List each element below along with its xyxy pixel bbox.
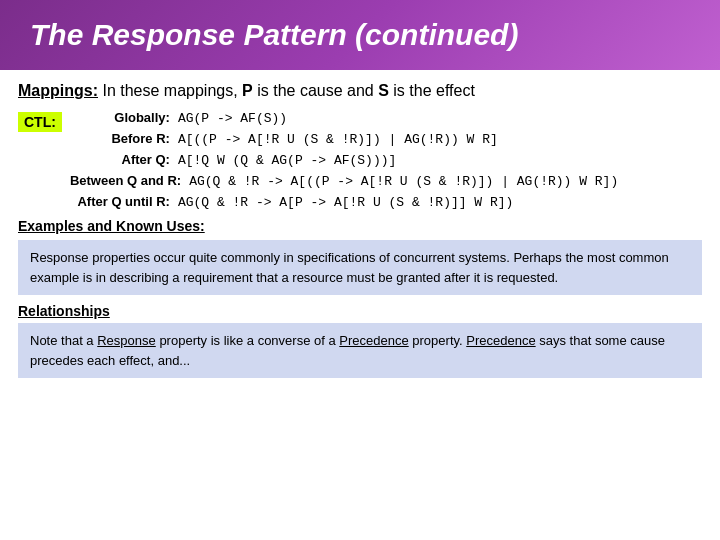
- after-q-text: After Q:: [122, 152, 170, 167]
- rel-response-link[interactable]: Response: [97, 333, 156, 348]
- rel-precedence1-link[interactable]: Precedence: [339, 333, 408, 348]
- ctl-label: CTL:: [18, 112, 62, 132]
- relationships-label: Relationships: [18, 303, 702, 319]
- mappings-is-cause: is the cause and: [253, 82, 378, 99]
- slide: The Response Pattern (continued) Mapping…: [0, 0, 720, 540]
- ctl-formulas: Globally: AG(P -> AF(S)) Before R: A[((P…: [70, 110, 618, 210]
- formula-before-r: Before R: A[((P -> A[!R U (S & !R)]) | A…: [70, 131, 618, 147]
- relationships-box: Note that a Response property is like a …: [18, 323, 702, 378]
- rel-text-3: property.: [409, 333, 467, 348]
- before-r-text: Before R:: [111, 131, 170, 146]
- ctl-block: CTL: Globally: AG(P -> AF(S)) Before R: …: [18, 110, 702, 210]
- content-area: Mappings: In these mappings, P is the ca…: [0, 82, 720, 378]
- formula-between-q-r-label: Between Q and R:: [70, 173, 181, 188]
- formula-after-q: After Q: A[!Q W (Q & AG(P -> AF(S)))]: [70, 152, 618, 168]
- examples-label: Examples and Known Uses:: [18, 218, 702, 234]
- examples-box: Response properties occur quite commonly…: [18, 240, 702, 295]
- rel-text-1: Note that a: [30, 333, 97, 348]
- mappings-is-effect: is the effect: [389, 82, 475, 99]
- formula-globally-label: Globally:: [70, 110, 170, 125]
- rel-precedence2-link[interactable]: Precedence: [466, 333, 535, 348]
- mappings-label: Mappings:: [18, 82, 98, 99]
- formula-after-q-until-r: After Q until R: AG(Q & !R -> A[P -> A[!…: [70, 194, 618, 210]
- slide-title: The Response Pattern (continued): [30, 18, 518, 51]
- examples-text: Response properties occur quite commonly…: [30, 250, 669, 285]
- formula-before-r-code: A[((P -> A[!R U (S & !R)]) | AG(!R)) W R…: [178, 132, 498, 147]
- title-bar: The Response Pattern (continued): [0, 0, 720, 70]
- formula-after-q-until-r-code: AG(Q & !R -> A[P -> A[!R U (S & !R)]] W …: [178, 195, 513, 210]
- mappings-row: Mappings: In these mappings, P is the ca…: [18, 82, 702, 100]
- between-qr-text: Between Q and R:: [70, 173, 181, 188]
- rel-text-2: property is like a converse of a: [156, 333, 340, 348]
- after-q-until-r-text: After Q until R:: [77, 194, 169, 209]
- formula-globally: Globally: AG(P -> AF(S)): [70, 110, 618, 126]
- mappings-S: S: [378, 82, 389, 99]
- formula-globally-code: AG(P -> AF(S)): [178, 111, 287, 126]
- globally-text: Globally:: [114, 110, 170, 125]
- mappings-desc: In these mappings,: [102, 82, 242, 99]
- formula-between-q-r: Between Q and R: AG(Q & !R -> A[((P -> A…: [70, 173, 618, 189]
- formula-after-q-until-r-label: After Q until R:: [70, 194, 170, 209]
- formula-after-q-label: After Q:: [70, 152, 170, 167]
- formula-before-r-label: Before R:: [70, 131, 170, 146]
- mappings-P: P: [242, 82, 253, 99]
- formula-between-q-r-code: AG(Q & !R -> A[((P -> A[!R U (S & !R)]) …: [189, 174, 618, 189]
- formula-after-q-code: A[!Q W (Q & AG(P -> AF(S)))]: [178, 153, 396, 168]
